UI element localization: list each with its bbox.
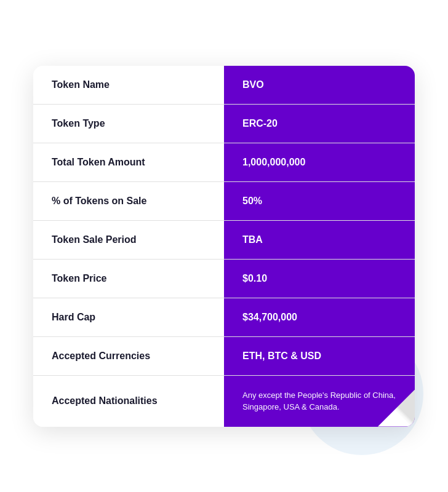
table-row: Hard Cap$34,700,000 [33, 298, 415, 336]
table-row: Token TypeERC-20 [33, 104, 415, 143]
row-value: 50% [224, 181, 415, 220]
row-label: Token Type [33, 104, 224, 143]
row-value: BVO [224, 66, 415, 105]
row-label: % of Tokens on Sale [33, 181, 224, 220]
row-label: Accepted Nationalities [33, 375, 224, 427]
row-value: $0.10 [224, 259, 415, 298]
row-label: Hard Cap [33, 298, 224, 336]
row-label: Token Name [33, 66, 224, 105]
table-row: Accepted CurrenciesETH, BTC & USD [33, 336, 415, 375]
row-label: Token Sale Period [33, 220, 224, 259]
table-row: % of Tokens on Sale50% [33, 181, 415, 220]
card-wrapper: Token NameBVOToken TypeERC-20Total Token… [33, 66, 415, 427]
row-label: Accepted Currencies [33, 336, 224, 375]
table-row: Total Token Amount1,000,000,000 [33, 143, 415, 181]
row-value: 1,000,000,000 [224, 143, 415, 181]
row-value: ETH, BTC & USD [224, 336, 415, 375]
table-row: Token Sale PeriodTBA [33, 220, 415, 259]
row-value: TBA [224, 220, 415, 259]
row-value: $34,700,000 [224, 298, 415, 336]
token-info-table: Token NameBVOToken TypeERC-20Total Token… [33, 66, 415, 427]
table-row: Accepted NationalitiesAny except the Peo… [33, 375, 415, 427]
token-info-card: Token NameBVOToken TypeERC-20Total Token… [33, 66, 415, 427]
row-value: ERC-20 [224, 104, 415, 143]
table-row: Token Price$0.10 [33, 259, 415, 298]
table-row: Token NameBVO [33, 66, 415, 105]
row-label: Total Token Amount [33, 143, 224, 181]
row-value: Any except the People's Republic of Chin… [224, 375, 415, 427]
row-label: Token Price [33, 259, 224, 298]
